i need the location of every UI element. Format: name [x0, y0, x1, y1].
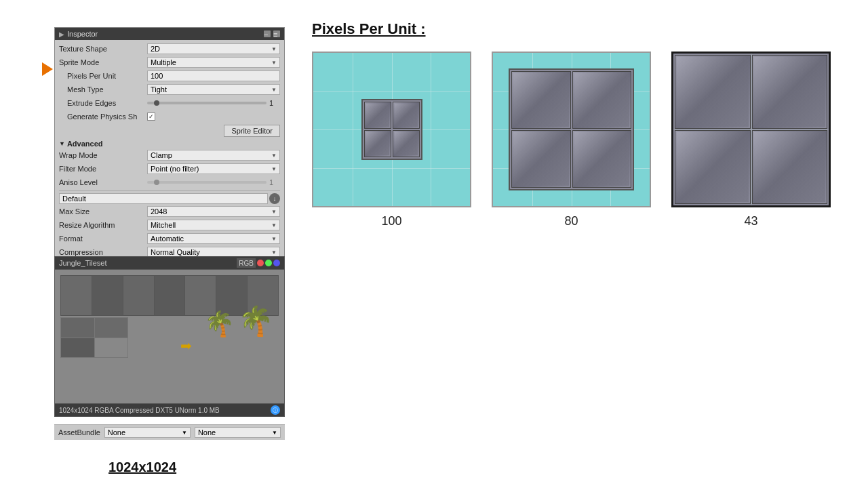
assetbundle-arrow-2: ▼ [272, 430, 277, 436]
max-size-arrow: ▼ [271, 209, 277, 215]
preview-status-text: 1024x1024 RGBA Compressed DXT5 UNorm 1.0… [59, 407, 220, 414]
extrude-edges-label: Extrude Edges [59, 99, 147, 107]
sprite-mode-row: Sprite Mode Multiple ▼ [59, 56, 280, 68]
menu-icon[interactable]: ≡ [273, 30, 280, 37]
stone-cell-3 [511, 130, 570, 188]
aniso-thumb[interactable] [154, 180, 159, 185]
preview-image-2: 80 [492, 52, 651, 228]
inspector-title: Inspector [67, 30, 98, 38]
wrap-mode-dropdown[interactable]: Clamp ▼ [147, 150, 280, 161]
extrude-edges-thumb[interactable] [154, 100, 159, 106]
wrap-mode-row: Wrap Mode Clamp ▼ [59, 149, 280, 161]
advanced-arrow-icon: ▼ [59, 140, 65, 147]
resize-algorithm-row: Resize Algorithm Mitchell ▼ [59, 219, 280, 231]
generate-physics-checkbox[interactable]: ✓ [147, 113, 155, 121]
mesh-type-dropdown[interactable]: Tight ▼ [147, 84, 280, 95]
max-size-dropdown[interactable]: 2048 ▼ [147, 206, 280, 217]
mesh-type-label: Mesh Type [59, 85, 147, 94]
preview-label-2: 80 [564, 214, 578, 228]
assetbundle-select-1[interactable]: None ▼ [104, 427, 191, 438]
inspector-titlebar: ▶ Inspector − ≡ [55, 28, 284, 40]
grid-v-3 [431, 53, 431, 206]
red-channel-button[interactable] [257, 260, 264, 266]
play-arrow-icon [42, 62, 53, 76]
preview-box-3 [671, 52, 831, 207]
preview-rgb-buttons: RGB [237, 258, 280, 268]
info-circle-icon[interactable]: ⓘ [271, 405, 280, 415]
advanced-label: Advanced [67, 140, 103, 148]
assetbundle-row: AssetBundle None ▼ None ▼ [54, 424, 285, 440]
tile-cell [61, 276, 92, 315]
extrude-edges-track[interactable] [147, 102, 267, 104]
blue-channel-button[interactable] [273, 260, 280, 266]
tile-cell [92, 276, 123, 315]
stone-cell [95, 318, 128, 338]
preview-label-3: 43 [744, 214, 757, 228]
green-channel-button[interactable] [265, 260, 272, 266]
stone-cell-4 [572, 130, 631, 188]
format-dropdown[interactable]: Automatic ▼ [147, 233, 280, 244]
assetbundle-select-2[interactable]: None ▼ [195, 427, 281, 438]
aniso-level-row: Aniso Level 1 [59, 176, 280, 188]
filter-mode-dropdown[interactable]: Point (no filter) ▼ [147, 163, 280, 174]
format-label: Format [59, 235, 147, 243]
preview-panel: Jungle_Tileset RGB 🌴 🌴 [54, 256, 285, 417]
assetbundle-arrow-1: ▼ [182, 430, 187, 436]
assetbundle-label: AssetBundle [58, 428, 100, 436]
stone-cell-4 [393, 130, 420, 157]
resize-algorithm-label: Resize Algorithm [59, 221, 147, 229]
advanced-section-header[interactable]: ▼ Advanced [59, 140, 280, 148]
max-size-row: Max Size 2048 ▼ [59, 205, 280, 218]
texture-shape-label: Texture Shape [59, 45, 147, 53]
stone-tile-small-1 [361, 99, 422, 160]
sprite-mode-dropdown[interactable]: Multiple ▼ [147, 57, 280, 68]
preview-title: Jungle_Tileset [59, 259, 107, 267]
separator-1 [59, 190, 280, 191]
mesh-type-row: Mesh Type Tight ▼ [59, 83, 280, 96]
ppu-title: Pixels Per Unit : [312, 20, 841, 38]
sprite-mode-label: Sprite Mode [59, 58, 147, 66]
preview-statusbar-right: ⓘ [271, 405, 280, 415]
stone-cell-1 [511, 71, 570, 129]
palm-tree-icon-2: 🌴 [238, 307, 273, 336]
grid-overlay-3 [673, 54, 829, 205]
generate-physics-label: Generate Physics Sh [59, 113, 147, 121]
texture-shape-dropdown[interactable]: 2D ▼ [147, 43, 280, 54]
stone-cell-3 [364, 130, 391, 157]
sprite-editor-button[interactable]: Sprite Editor [224, 125, 280, 137]
stone-cell-1 [364, 102, 391, 129]
grid-v-mid [751, 54, 752, 205]
format-arrow: ▼ [271, 236, 277, 242]
stone-cell-2 [572, 71, 631, 129]
mesh-type-arrow: ▼ [271, 87, 277, 93]
preview-statusbar: 1024x1024 RGBA Compressed DXT5 UNorm 1.0… [55, 403, 284, 416]
generate-physics-row: Generate Physics Sh ✓ [59, 110, 280, 123]
aniso-value: 1 [269, 178, 280, 186]
default-value: Default [59, 193, 268, 204]
preview-canvas: 🌴 🌴 ➡ [55, 270, 284, 403]
default-row: Default ↓ [59, 193, 280, 204]
max-size-label: Max Size [59, 207, 147, 216]
preview-titlebar: Jungle_Tileset RGB [55, 257, 284, 270]
minimize-icon[interactable]: − [264, 30, 271, 37]
resize-algorithm-dropdown[interactable]: Mitchell ▼ [147, 220, 280, 230]
filter-mode-arrow: ▼ [271, 166, 277, 172]
inspector-body: Texture Shape 2D ▼ Sprite Mode Multiple … [55, 40, 284, 291]
compression-arrow: ▼ [271, 249, 277, 256]
checkerboard-bg [55, 349, 284, 403]
extrude-edges-slider-container[interactable]: 1 [147, 99, 280, 107]
filter-mode-row: Filter Mode Point (no filter) ▼ [59, 163, 280, 175]
preview-label-1: 100 [381, 214, 401, 228]
pixels-per-unit-input[interactable]: 100 [147, 70, 280, 81]
wrap-mode-label: Wrap Mode [59, 151, 147, 159]
inspector-panel: ▶ Inspector − ≡ Texture Shape 2D ▼ Sprit… [54, 27, 285, 291]
resize-algorithm-arrow: ▼ [271, 222, 277, 228]
preview-title-left: Jungle_Tileset [59, 259, 107, 267]
aniso-slider-container[interactable]: 1 [147, 178, 280, 186]
sprite-editor-btn-row: Sprite Editor [59, 125, 280, 137]
inspector-icon: ▶ [59, 30, 64, 38]
extrude-edges-row: Extrude Edges 1 [59, 97, 280, 109]
preview-image-1: 100 [312, 52, 471, 228]
download-icon[interactable]: ↓ [269, 193, 280, 204]
aniso-track[interactable] [147, 181, 267, 184]
